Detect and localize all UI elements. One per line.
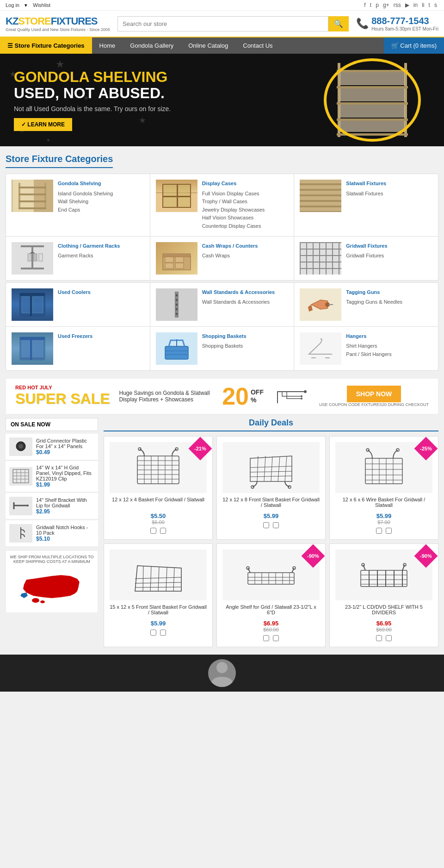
sale-coupon-text: USE COUPON CODE FIXTURES20 DURING CHECKO… [319, 402, 429, 407]
search-button[interactable]: 🔍 [328, 16, 349, 31]
sale-discount-wrap: 20 OFF% [222, 384, 264, 408]
svg-rect-21 [18, 187, 46, 188]
deal-price-6: $6.95 [335, 620, 432, 627]
hero-image [287, 54, 444, 146]
usa-map-graphic [15, 566, 89, 607]
rss-link[interactable]: rss [394, 2, 401, 8]
cat-link-jewelry[interactable]: Jewelry Display Showcases [202, 206, 265, 214]
cat-link-wall-standards[interactable]: Wall Standards & Accessories [202, 298, 275, 306]
categories-menu-button[interactable]: ☰ Store Fixture Categories [0, 37, 92, 54]
cat-link-end-caps[interactable]: End Caps [58, 206, 113, 214]
nav-contact-us[interactable]: Contact Us [235, 37, 280, 54]
stumble-link[interactable]: s [434, 2, 437, 8]
deal-checkbox-6b[interactable] [386, 635, 392, 641]
cat-text-coolers: Used Coolers [58, 288, 91, 299]
categories-table-2: Used Coolers [6, 282, 438, 371]
linkedin-link[interactable]: li [422, 2, 424, 8]
deal-checkbox-6a[interactable] [376, 635, 382, 641]
deal-checkbox-2a[interactable] [263, 522, 269, 528]
sale-item-3-title: 14" Shelf Bracket With Lip for Gridwall [36, 497, 94, 508]
sale-banner: RED HOT JULY SUPER SALE Huge Savings on … [6, 378, 438, 414]
phone-icon: 📞 [356, 18, 369, 30]
hero-learn-more-button[interactable]: ✓ LEARN MORE [14, 118, 72, 131]
cat-link-slatwall[interactable]: Slatwall Fixtures [346, 190, 386, 198]
cat-link-wall-shelving[interactable]: Wall Shelving [58, 198, 113, 206]
deal-checkbox-5a[interactable] [263, 635, 269, 641]
cat-title-gondola[interactable]: Gondola Shelving [58, 180, 113, 188]
cat-link-island-gondola[interactable]: Island Gondola Shelving [58, 190, 113, 198]
svg-point-149 [216, 662, 228, 673]
svg-line-103 [271, 456, 272, 481]
facebook-link[interactable]: f [364, 2, 365, 8]
googleplus-link[interactable]: g+ [383, 2, 389, 8]
youtube-link[interactable]: ▶ [405, 2, 409, 8]
deal-checkbox-3a[interactable] [376, 528, 382, 534]
deal-card-2: 12 x 12 x 8 Front Slant Basket For Gridw… [216, 436, 326, 540]
instagram-link[interactable]: in [413, 2, 418, 8]
nav-gondola-gallery[interactable]: Gondola Gallery [123, 37, 181, 54]
deal-checkbox-4b[interactable] [160, 630, 166, 636]
deal-checkboxes-4 [110, 630, 207, 636]
deal-checkbox-3b[interactable] [386, 528, 392, 534]
cat-link-half-vision[interactable]: Half Vision Showcases [202, 214, 265, 222]
cat-title-wallstd[interactable]: Wall Standards & Accessories [202, 288, 275, 297]
cat-link-trophy[interactable]: Trophy / Wall Cases [202, 198, 265, 206]
svg-rect-46 [33, 297, 43, 313]
cat-title-slatwall[interactable]: Slatwall Fixtures [346, 180, 386, 188]
cat-link-tagging-guns[interactable]: Tagging Guns & Needles [346, 298, 402, 306]
cat-title-coolers[interactable]: Used Coolers [58, 288, 91, 297]
deal-price-2: $5.99 [222, 512, 320, 519]
cat-title-gridwall[interactable]: Gridwall Fixtures [346, 242, 387, 250]
cat-title-hangers[interactable]: Hangers [346, 332, 391, 341]
footer-person-image [208, 659, 236, 687]
cat-title-cashwrap[interactable]: Cash Wraps / Counters [202, 242, 258, 250]
cat-title-tagging[interactable]: Tagging Guns [346, 288, 402, 297]
svg-rect-59 [33, 341, 43, 357]
cat-link-garment-racks[interactable]: Garment Racks [58, 252, 120, 260]
svg-line-98 [250, 466, 292, 468]
deal-checkbox-5b[interactable] [273, 635, 279, 641]
products-section: ON SALE NOW Grid Connector Plastic For 1… [6, 418, 438, 647]
section-title: Store Fixture Categories [0, 146, 444, 174]
cat-link-shopping-baskets[interactable]: Shopping Baskets [202, 342, 247, 350]
cat-link-gridwall[interactable]: Gridwall Fixtures [346, 252, 387, 260]
cat-text-baskets: Shopping Baskets Shopping Baskets [202, 332, 247, 350]
cat-link-cash-wraps[interactable]: Cash Wraps [202, 252, 258, 260]
pinterest-link[interactable]: p [376, 2, 379, 8]
cat-image-cashwrap [156, 242, 197, 275]
nav-home[interactable]: Home [92, 37, 123, 54]
twitter-link[interactable]: t [370, 2, 371, 8]
sale-shop-now-button[interactable]: SHOP NOW [347, 386, 401, 402]
grid-connector-icon [12, 438, 30, 455]
hero-banner: ★ ★ ★ ★ ★ ★ ★ ★ GONDOLA SHELVING USED, N… [0, 54, 444, 146]
svg-rect-47 [30, 293, 32, 316]
tumblr-link[interactable]: t [429, 2, 430, 8]
cat-link-countertop[interactable]: Countertop Display Cases [202, 222, 265, 231]
wishlist-link[interactable]: Wishlist [33, 2, 50, 8]
sale-shop-wrap: SHOP NOW USE COUPON CODE FIXTURES20 DURI… [319, 386, 429, 407]
deal-checkbox-4a[interactable] [150, 630, 156, 636]
cat-title-display[interactable]: Display Cases [202, 180, 265, 188]
shopping-basket-icon [160, 335, 193, 362]
cat-link-pant-hangers[interactable]: Pant / Skirt Hangers [346, 350, 391, 359]
deal-checkbox-1a[interactable] [150, 528, 156, 534]
deal-checkbox-2b[interactable] [273, 522, 279, 528]
search-input[interactable] [117, 16, 328, 31]
cat-text-cashwrap: Cash Wraps / Counters Cash Wraps [202, 242, 258, 260]
svg-rect-23 [18, 200, 46, 202]
deal-checkbox-1b[interactable] [160, 528, 166, 534]
main-nav: ☰ Store Fixture Categories Home Gondola … [0, 37, 444, 54]
cart-button[interactable]: 🛒 Cart (0 items) [384, 37, 444, 54]
cat-cell-clothing: Clothing / Garment Racks Garment Racks [6, 236, 150, 280]
nav-online-catalog[interactable]: Online Catalog [181, 37, 235, 54]
cat-title-freezers[interactable]: Used Freezers [58, 332, 92, 341]
usa-map-text: WE SHIP FROM MULTIPLE LOCATIONS TO KEEP … [10, 555, 94, 564]
cat-title-clothing[interactable]: Clothing / Garment Racks [58, 242, 120, 250]
svg-point-67 [304, 390, 307, 393]
cat-text-clothing: Clothing / Garment Racks Garment Racks [58, 242, 120, 260]
cat-link-shirt-hangers[interactable]: Shirt Hangers [346, 342, 391, 350]
logo-tagline: Great Quality Used and New Store Fixture… [6, 27, 110, 32]
login-link[interactable]: Log in [6, 2, 19, 8]
cat-title-baskets[interactable]: Shopping Baskets [202, 332, 247, 341]
cat-link-full-vision[interactable]: Full Vision Display Cases [202, 190, 265, 198]
